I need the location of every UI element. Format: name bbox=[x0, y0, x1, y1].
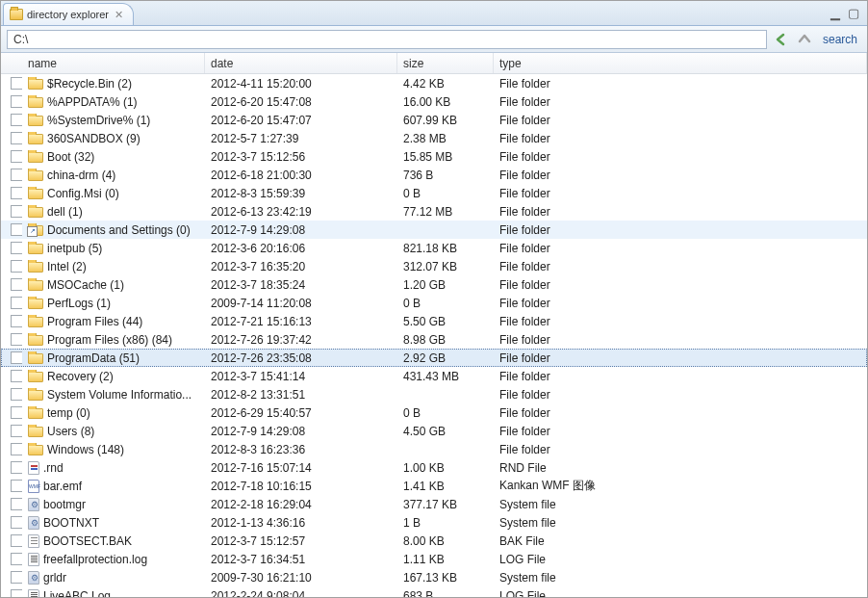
row-checkbox[interactable] bbox=[11, 297, 22, 309]
folder-icon bbox=[10, 9, 23, 20]
row-checkbox[interactable] bbox=[11, 95, 22, 108]
file-name: inetpub (5) bbox=[47, 242, 102, 255]
row-checkbox[interactable] bbox=[11, 260, 22, 273]
table-row[interactable]: inetpub (5)2012-3-6 20:16:06821.18 KBFil… bbox=[1, 239, 867, 257]
row-checkbox[interactable] bbox=[11, 169, 22, 181]
row-checkbox[interactable] bbox=[11, 370, 22, 382]
table-row[interactable]: Config.Msi (0)2012-8-3 15:59:390 BFile f… bbox=[1, 184, 867, 202]
file-name: Users (8) bbox=[47, 425, 94, 438]
file-size: 4.42 KB bbox=[397, 77, 494, 91]
file-name: LiveABC.Log bbox=[43, 589, 111, 598]
row-checkbox[interactable] bbox=[11, 278, 22, 291]
file-icon bbox=[28, 516, 39, 530]
row-checkbox[interactable] bbox=[11, 461, 22, 474]
file-date: 2012-3-6 20:16:06 bbox=[205, 242, 397, 255]
row-checkbox[interactable] bbox=[11, 425, 22, 437]
row-checkbox[interactable] bbox=[11, 480, 22, 492]
file-type: File folder bbox=[494, 388, 867, 402]
file-name: bar.emf bbox=[43, 480, 82, 493]
minimize-icon[interactable]: ▁ bbox=[830, 6, 840, 20]
back-icon[interactable] bbox=[773, 31, 790, 48]
table-row[interactable]: %SystemDrive% (1)2012-6-20 15:47:07607.9… bbox=[1, 111, 867, 129]
file-icon bbox=[28, 589, 39, 598]
table-row[interactable]: Windows (148)2012-8-3 16:23:36File folde… bbox=[1, 440, 867, 458]
row-checkbox[interactable] bbox=[11, 388, 22, 401]
row-checkbox[interactable] bbox=[11, 351, 22, 364]
table-row[interactable]: Users (8)2012-7-9 14:29:084.50 GBFile fo… bbox=[1, 422, 867, 440]
table-row[interactable]: BOOTNXT2012-1-13 4:36:161 BSystem file bbox=[1, 513, 867, 532]
row-checkbox[interactable] bbox=[11, 315, 22, 327]
file-type: File folder bbox=[494, 425, 867, 438]
file-size: 4.50 GB bbox=[397, 425, 494, 438]
file-date: 2012-6-29 15:40:57 bbox=[205, 406, 397, 420]
close-icon[interactable]: ✕ bbox=[113, 9, 125, 21]
file-size: 0 B bbox=[397, 187, 494, 200]
search-link[interactable]: search bbox=[819, 33, 861, 46]
table-row[interactable]: BOOTSECT.BAK2012-3-7 15:12:578.00 KBBAK … bbox=[1, 532, 867, 550]
row-checkbox[interactable] bbox=[11, 187, 22, 199]
path-input[interactable] bbox=[7, 30, 767, 49]
row-checkbox[interactable] bbox=[11, 406, 22, 419]
table-row[interactable]: MSOCache (1)2012-3-7 18:35:241.20 GBFile… bbox=[1, 275, 867, 294]
maximize-icon[interactable]: ▢ bbox=[848, 6, 859, 20]
table-row[interactable]: PerfLogs (1)2009-7-14 11:20:080 BFile fo… bbox=[1, 294, 867, 312]
row-checkbox[interactable] bbox=[11, 150, 22, 163]
file-name: ProgramData (51) bbox=[47, 351, 140, 365]
row-checkbox[interactable] bbox=[11, 443, 22, 455]
table-row[interactable]: Boot (32)2012-3-7 15:12:5615.85 MBFile f… bbox=[1, 147, 867, 166]
column-header-size[interactable]: size bbox=[397, 53, 494, 73]
table-row[interactable]: $Recycle.Bin (2)2012-4-11 15:20:004.42 K… bbox=[1, 74, 867, 92]
table-row[interactable]: bootmgr2012-2-18 16:29:04377.17 KBSystem… bbox=[1, 495, 867, 513]
column-header-date[interactable]: date bbox=[205, 53, 397, 73]
folder-icon bbox=[28, 408, 43, 419]
file-type: File folder bbox=[494, 278, 867, 292]
folder-icon bbox=[28, 262, 43, 273]
row-checkbox[interactable] bbox=[11, 553, 22, 565]
row-checkbox[interactable] bbox=[11, 205, 22, 218]
table-row[interactable]: ProgramData (51)2012-7-26 23:35:082.92 G… bbox=[1, 349, 867, 367]
table-row[interactable]: Intel (2)2012-3-7 16:35:20312.07 KBFile … bbox=[1, 257, 867, 275]
up-icon[interactable] bbox=[796, 31, 813, 48]
table-row[interactable]: grldr2009-7-30 16:21:10167.13 KBSystem f… bbox=[1, 568, 867, 586]
row-checkbox[interactable] bbox=[11, 242, 22, 254]
file-type: BAK File bbox=[494, 534, 867, 548]
file-date: 2012-3-7 15:12:57 bbox=[205, 534, 397, 548]
row-checkbox[interactable] bbox=[11, 114, 22, 126]
table-row[interactable]: LiveABC.Log2012-2-24 9:08:04683 BLOG Fil… bbox=[1, 586, 867, 597]
row-checkbox[interactable] bbox=[11, 77, 22, 90]
file-date: 2012-2-24 9:08:04 bbox=[205, 589, 397, 598]
file-size: 16.00 KB bbox=[397, 95, 494, 109]
row-checkbox[interactable] bbox=[11, 516, 22, 529]
row-checkbox[interactable] bbox=[11, 534, 22, 547]
table-row[interactable]: freefallprotection.log2012-3-7 16:34:511… bbox=[1, 550, 867, 568]
table-row[interactable]: %APPDATA% (1)2012-6-20 15:47:0816.00 KBF… bbox=[1, 92, 867, 111]
file-type: Kankan WMF 图像 bbox=[494, 478, 867, 494]
table-row[interactable]: temp (0)2012-6-29 15:40:570 BFile folder bbox=[1, 403, 867, 422]
table-row[interactable]: Program Files (x86) (84)2012-7-26 19:37:… bbox=[1, 330, 867, 349]
table-row[interactable]: System Volume Informatio...2012-8-2 13:3… bbox=[1, 385, 867, 403]
table-row[interactable]: Documents and Settings (0)2012-7-9 14:29… bbox=[1, 221, 867, 239]
table-row[interactable]: Program Files (44)2012-7-21 15:16:135.50… bbox=[1, 312, 867, 330]
table-row[interactable]: china-drm (4)2012-6-18 21:00:30736 BFile… bbox=[1, 166, 867, 184]
row-checkbox[interactable] bbox=[11, 223, 22, 236]
table-row[interactable]: bar.emf2012-7-18 10:16:151.41 KBKankan W… bbox=[1, 477, 867, 495]
column-header-name[interactable]: name bbox=[22, 53, 205, 73]
table-row[interactable]: dell (1)2012-6-13 23:42:1977.12 MBFile f… bbox=[1, 202, 867, 221]
file-name: $Recycle.Bin (2) bbox=[47, 77, 132, 91]
row-checkbox[interactable] bbox=[11, 333, 22, 346]
row-checkbox[interactable] bbox=[11, 132, 22, 144]
tab-directory-explorer[interactable]: directory explorer ✕ bbox=[3, 3, 134, 25]
file-date: 2012-3-7 15:41:14 bbox=[205, 370, 397, 383]
file-name: Documents and Settings (0) bbox=[47, 223, 191, 237]
column-header-type[interactable]: type bbox=[494, 53, 867, 73]
file-size: 377.17 KB bbox=[397, 498, 494, 511]
row-checkbox[interactable] bbox=[11, 498, 22, 510]
window-controls: ▁ ▢ bbox=[830, 1, 867, 25]
column-header-check[interactable] bbox=[1, 53, 22, 73]
file-list[interactable]: $Recycle.Bin (2)2012-4-11 15:20:004.42 K… bbox=[1, 74, 867, 597]
table-row[interactable]: Recovery (2)2012-3-7 15:41:14431.43 MBFi… bbox=[1, 367, 867, 385]
row-checkbox[interactable] bbox=[11, 589, 22, 597]
table-row[interactable]: .rnd2012-7-16 15:07:141.00 KBRND File bbox=[1, 458, 867, 477]
table-row[interactable]: 360SANDBOX (9)2012-5-7 1:27:392.38 MBFil… bbox=[1, 129, 867, 147]
row-checkbox[interactable] bbox=[11, 571, 22, 584]
